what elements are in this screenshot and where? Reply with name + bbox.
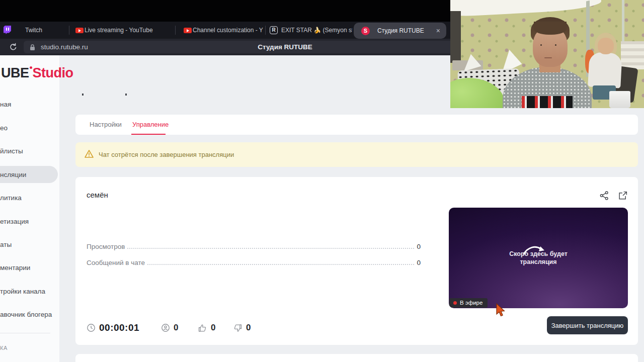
end-stream-button[interactable]: Завершить трансляцию [547, 316, 628, 334]
webcam-shelf [621, 41, 644, 69]
webcam-girl-body [588, 52, 623, 88]
webcam-girl-face [598, 38, 614, 54]
sidebar-item-streams[interactable]: нсляции [0, 171, 26, 178]
duration-value: 00:00:01 [99, 322, 139, 333]
sidebar-item-home[interactable]: ная [0, 101, 11, 108]
rutube-studio-logo[interactable]: UBEStudio [1, 65, 73, 81]
tab-settings[interactable]: Настройки [90, 115, 122, 135]
screen: Twitch Live streaming - YouTube Channel … [0, 0, 644, 362]
stream-preview: Скоро здесь будет трансляция В эфире [449, 208, 628, 308]
sidebar-item-monetization[interactable]: етизация [0, 218, 29, 225]
browser-tab-rutube-studio-active[interactable]: S Студия RUTUBE × [354, 23, 446, 39]
reload-icon[interactable] [9, 43, 18, 51]
tab-label: Channel customization - Y [193, 22, 263, 39]
breadcrumb-dot [125, 94, 127, 96]
mouse-cursor [495, 303, 506, 318]
viewers-icon [161, 323, 170, 332]
browser-tab-channel-customization[interactable]: Channel customization - Y [176, 22, 265, 39]
webcam-mug [609, 91, 630, 108]
sidebar-item-comments[interactable]: ментарии [0, 264, 30, 272]
dislikes-value: 0 [246, 323, 251, 333]
stat-leader-dots [127, 248, 414, 249]
stat-leader-dots [147, 264, 415, 265]
youtube-icon [75, 28, 84, 33]
stat-row-chat-messages: Сообщений в чате 0 [87, 259, 421, 266]
breadcrumb-dot [82, 94, 84, 96]
active-tab-underline [131, 134, 166, 135]
likes-group: 0 [198, 322, 215, 334]
stream-stats-list: Просмотров 0 Сообщений в чате 0 [87, 243, 421, 275]
browser-tab-twitch[interactable]: Twitch [0, 22, 69, 39]
content-tabs-card: Настройки Управление [75, 115, 638, 135]
bottom-card [75, 354, 638, 362]
sidebar-item-playlists[interactable]: йлисты [0, 147, 23, 155]
rutube-s-icon: S [361, 27, 370, 35]
sidebar-footer-label: КА [0, 345, 8, 351]
tab-label: Live streaming - YouTube [85, 22, 153, 39]
stat-value: 0 [417, 259, 421, 266]
swoosh-arrow-icon [522, 244, 545, 257]
tab-label: Twitch [25, 22, 42, 39]
warning-banner: Чат сотрётся после завершения трансляции [75, 142, 638, 167]
youtube-icon [184, 28, 192, 33]
tab-label: Студия RUTUBE [377, 23, 424, 39]
like-icon [198, 323, 207, 333]
warning-text: Чат сотрётся после завершения трансляции [99, 142, 234, 167]
stream-duration-group: 00:00:01 [87, 322, 139, 334]
clock-icon [87, 323, 96, 332]
sidebar-item-blogger-guide[interactable]: авочник блогера [0, 311, 52, 318]
tab-label: EXIT STAR 🍌 (Semyon st [281, 22, 352, 39]
stat-row-views: Просмотров 0 [87, 243, 421, 250]
dislikes-group: 0 [233, 322, 251, 334]
logo-dot [30, 66, 32, 69]
webcam-boy-shirt-print [522, 96, 572, 108]
stat-label: Просмотров [87, 243, 125, 250]
browser-tab-exit-star[interactable]: R EXIT STAR 🍌 (Semyon st [266, 22, 352, 39]
webcam-overlay [450, 0, 644, 108]
dislike-icon [233, 323, 243, 333]
sidebar-item-channel-settings[interactable]: тройки канала [0, 288, 45, 295]
live-badge: В эфире [449, 298, 488, 308]
stat-label: Сообщений в чате [87, 259, 145, 266]
stream-title: семён [87, 191, 108, 199]
sidebar-divider [0, 333, 50, 333]
live-badge-label: В эфире [460, 300, 482, 306]
sidebar-item-donations[interactable]: аты [0, 241, 12, 248]
logo-text-red: Studio [33, 65, 73, 80]
twitch-icon [4, 26, 11, 34]
share-icon[interactable] [599, 191, 609, 201]
likes-value: 0 [211, 323, 215, 333]
sidebar-item-analytics[interactable]: литика [0, 194, 22, 202]
viewers-group: 0 [161, 322, 178, 334]
external-link-icon[interactable] [618, 191, 628, 201]
browser-tab-youtube-live[interactable]: Live streaming - YouTube [69, 22, 175, 39]
live-dot [453, 301, 457, 305]
r-box-icon: R [270, 26, 278, 34]
sidebar-item-video[interactable]: ео [0, 124, 8, 132]
stream-card: семён Просмотров 0 Сообщений в чате 0 [75, 177, 638, 345]
webcam-boy-mouth [544, 57, 552, 58]
webcam-wardrobe [450, 11, 461, 63]
tab-close-icon[interactable]: × [436, 23, 440, 39]
webcam-boy-fringe [534, 22, 567, 35]
warning-icon [84, 149, 94, 159]
stat-value: 0 [417, 243, 421, 250]
logo-text-black: UBE [1, 65, 29, 80]
viewers-value: 0 [174, 323, 178, 333]
tab-management[interactable]: Управление [132, 115, 169, 135]
